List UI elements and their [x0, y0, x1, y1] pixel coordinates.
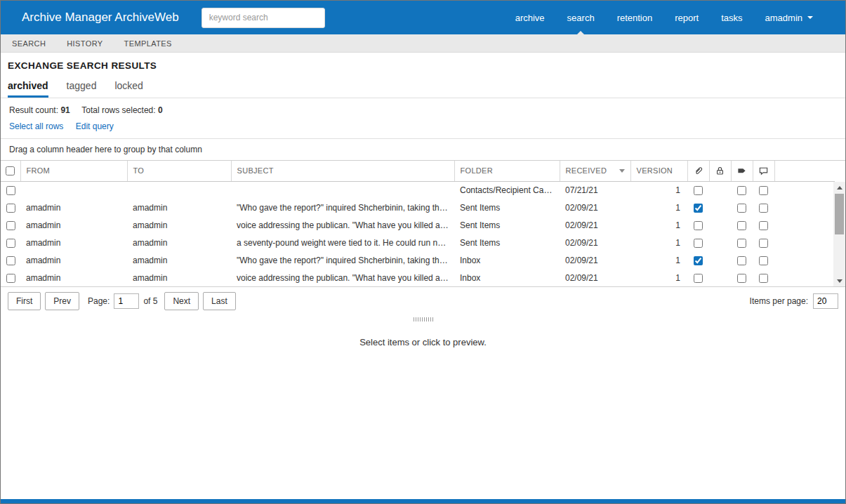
cell-legal-hold: [709, 199, 731, 216]
cell-received: 07/21/21: [560, 181, 630, 199]
scrollbar-thumb[interactable]: [835, 194, 844, 234]
cell-to: amadmin: [127, 251, 231, 269]
rows-selected-value: 0: [158, 105, 163, 115]
nav-search-label: search: [567, 13, 595, 23]
lock-icon: [715, 166, 725, 176]
row-tag-checkbox[interactable]: [737, 274, 746, 283]
table-row[interactable]: Contacts/Recipient Cache 07/21/21 1: [1, 181, 835, 199]
column-header-received[interactable]: RECEIVED: [560, 161, 630, 181]
results-summary: Result count: 91 Total rows selected: 0 …: [1, 98, 845, 139]
table-row[interactable]: amadmin amadmin a seventy-pound weight w…: [1, 234, 835, 251]
row-comment-checkbox[interactable]: [759, 256, 768, 265]
nav-archive-label: archive: [515, 13, 545, 23]
select-all-rows-link[interactable]: Select all rows: [9, 121, 63, 131]
cell-empty: [774, 181, 835, 199]
chevron-down-icon: [807, 16, 813, 19]
next-page-button[interactable]: Next: [164, 292, 199, 310]
row-attachment-checkbox[interactable]: [694, 239, 703, 248]
active-nav-caret-icon: [577, 31, 584, 34]
cell-legal-hold: [709, 181, 731, 199]
cell-subject: [231, 181, 454, 199]
row-tag-checkbox[interactable]: [737, 186, 746, 195]
row-comment-checkbox[interactable]: [759, 186, 768, 195]
nav-retention[interactable]: retention: [606, 1, 664, 34]
nav-archive[interactable]: archive: [504, 1, 556, 34]
row-attachment-checkbox[interactable]: [694, 186, 703, 195]
cell-empty: [774, 216, 835, 234]
table-row[interactable]: amadmin amadmin "Who gave the report?" i…: [1, 199, 835, 216]
column-header-folder[interactable]: FOLDER: [454, 161, 560, 181]
row-comment-checkbox[interactable]: [759, 204, 768, 213]
cell-version: 1: [630, 181, 687, 199]
cell-received: 02/09/21: [560, 251, 630, 269]
table-row[interactable]: amadmin amadmin voice addressing the pub…: [1, 269, 835, 286]
row-tag-checkbox[interactable]: [737, 239, 746, 248]
subnav-history[interactable]: HISTORY: [67, 39, 103, 48]
row-attachment-checkbox[interactable]: [694, 256, 703, 265]
group-by-drop-zone[interactable]: Drag a column header here to group by th…: [1, 139, 845, 161]
row-comment-checkbox[interactable]: [759, 239, 768, 248]
cell-folder: Sent Items: [454, 199, 560, 216]
table-row[interactable]: amadmin amadmin voice addressing the pub…: [1, 216, 835, 234]
row-select-checkbox[interactable]: [6, 239, 15, 248]
row-tag-checkbox[interactable]: [737, 256, 746, 265]
tab-tagged[interactable]: tagged: [67, 80, 97, 98]
cell-received: 02/09/21: [560, 234, 630, 251]
result-count-label: Result count:: [9, 105, 58, 115]
subnav-templates[interactable]: TEMPLATES: [124, 39, 172, 48]
tab-locked[interactable]: locked: [114, 80, 143, 98]
row-attachment-checkbox[interactable]: [694, 221, 703, 230]
last-page-button[interactable]: Last: [203, 292, 236, 310]
row-comment-checkbox[interactable]: [759, 274, 768, 283]
select-all-checkbox[interactable]: [6, 166, 15, 175]
row-tag-checkbox[interactable]: [737, 204, 746, 213]
column-header-to[interactable]: TO: [127, 161, 231, 181]
cell-version: 1: [630, 216, 687, 234]
first-page-button[interactable]: First: [8, 292, 41, 310]
keyword-search-input[interactable]: [201, 8, 325, 28]
edit-query-link[interactable]: Edit query: [76, 121, 114, 131]
cell-empty: [774, 234, 835, 251]
column-header-attachment[interactable]: [687, 161, 709, 181]
column-header-legal-hold[interactable]: [709, 161, 731, 181]
cell-received: 02/09/21: [560, 269, 630, 286]
nav-report[interactable]: report: [663, 1, 710, 34]
scrollbar-up-button[interactable]: [833, 182, 845, 193]
row-comment-checkbox[interactable]: [759, 221, 768, 230]
row-attachment-checkbox[interactable]: [694, 204, 703, 213]
cell-folder: Sent Items: [454, 216, 560, 234]
page-number-input[interactable]: [114, 293, 139, 309]
row-attachment-checkbox[interactable]: [694, 274, 703, 283]
tab-archived[interactable]: archived: [8, 80, 48, 98]
column-header-tag[interactable]: [731, 161, 753, 181]
select-all-checkbox-header[interactable]: [1, 161, 20, 181]
row-select-checkbox[interactable]: [6, 221, 15, 230]
table-row[interactable]: amadmin amadmin "Who gave the report?" i…: [1, 251, 835, 269]
rows-selected-label: Total rows selected:: [81, 105, 155, 115]
scrollbar-down-button[interactable]: [833, 275, 845, 286]
row-select-checkbox[interactable]: [6, 274, 15, 283]
received-filter-dropdown-icon[interactable]: [619, 169, 625, 173]
preview-splitter[interactable]: [1, 315, 845, 323]
row-select-checkbox[interactable]: [6, 186, 15, 195]
scrollbar-track[interactable]: [833, 193, 845, 275]
cell-from: amadmin: [20, 234, 127, 251]
column-header-subject[interactable]: SUBJECT: [231, 161, 454, 181]
row-select-checkbox[interactable]: [6, 204, 15, 213]
received-label: RECEIVED: [566, 166, 607, 175]
nav-search[interactable]: search: [556, 1, 606, 34]
nav-tasks[interactable]: tasks: [710, 1, 753, 34]
grid-header-row: FROM TO SUBJECT FOLDER RECEIVED VERSION: [1, 161, 835, 181]
column-header-from[interactable]: FROM: [20, 161, 127, 181]
subnav-search[interactable]: SEARCH: [12, 39, 46, 48]
row-select-checkbox[interactable]: [6, 256, 15, 265]
row-tag-checkbox[interactable]: [737, 221, 746, 230]
user-menu[interactable]: amadmin: [754, 1, 824, 34]
items-per-page-input[interactable]: [813, 293, 838, 309]
bottom-accent-bar: [1, 499, 845, 503]
vertical-scrollbar[interactable]: [833, 182, 845, 286]
cell-folder: Inbox: [454, 269, 560, 286]
prev-page-button[interactable]: Prev: [45, 292, 79, 310]
column-header-version[interactable]: VERSION: [630, 161, 687, 181]
column-header-comment[interactable]: [753, 161, 774, 181]
